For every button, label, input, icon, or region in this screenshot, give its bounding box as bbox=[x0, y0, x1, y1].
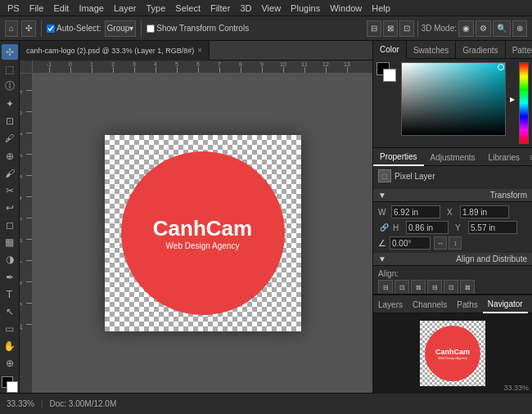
transform-section-header[interactable]: ▼ Transform bbox=[373, 189, 532, 202]
canvas-wrapper: -1012345678910111213 -1012345678910 Canh… bbox=[20, 61, 372, 393]
hue-bar[interactable] bbox=[519, 62, 529, 144]
h-input[interactable] bbox=[406, 221, 449, 234]
lock-icon[interactable]: 🔗 bbox=[378, 222, 390, 233]
tab-properties[interactable]: Properties bbox=[373, 148, 424, 166]
dodge-tool[interactable]: ◑ bbox=[2, 252, 18, 268]
align-btn-3[interactable]: ⊡ bbox=[399, 20, 414, 37]
canvas-content[interactable]: CanhCam Web Design Agency bbox=[33, 74, 372, 393]
left-toolbar: ✣ ⬚ ⓛ ✦ ⊡ 🖋 ⊕ 🖌 ✂ ↩ ◻ ▦ ◑ ✒ T ↖ ▭ ✋ ⊕ bbox=[0, 41, 20, 393]
menu-type[interactable]: Type bbox=[142, 2, 170, 14]
nav-tab-layers[interactable]: Layers bbox=[373, 295, 408, 313]
x-label: X bbox=[447, 208, 457, 217]
tab-gradients[interactable]: Gradients bbox=[456, 41, 505, 59]
color-spectrum[interactable] bbox=[401, 62, 507, 136]
photoshop-canvas: CanhCam Web Design Agency bbox=[105, 135, 301, 331]
3d-mode-btn-4[interactable]: ⊕ bbox=[512, 20, 527, 37]
nav-tab-histogram[interactable]: Histogra... bbox=[528, 295, 532, 313]
gradient-tool[interactable]: ▦ bbox=[2, 235, 18, 250]
background-swatch[interactable] bbox=[383, 69, 396, 82]
tab-adjustments[interactable]: Adjustments bbox=[424, 148, 482, 166]
ruler-v-number: 0 bbox=[20, 111, 23, 115]
align-center-btn[interactable]: ⊡ bbox=[394, 280, 409, 295]
eraser-tool[interactable]: ◻ bbox=[2, 218, 18, 233]
menu-3d[interactable]: 3D bbox=[236, 2, 255, 14]
clone-tool[interactable]: ✂ bbox=[2, 182, 18, 198]
magic-wand-tool[interactable]: ✦ bbox=[2, 96, 18, 111]
zoom-tool[interactable]: ⊕ bbox=[2, 356, 18, 371]
tab-color[interactable]: Color bbox=[373, 41, 407, 59]
ruler-v-number: 9 bbox=[20, 303, 23, 306]
lasso-tool[interactable]: ⓛ bbox=[2, 79, 18, 94]
nav-logo-title: CanhCam bbox=[435, 348, 470, 356]
align-right-btn[interactable]: ⊠ bbox=[411, 280, 426, 295]
tab-close-btn[interactable]: × bbox=[197, 46, 202, 55]
menu-file[interactable]: File bbox=[25, 2, 48, 14]
menu-ps[interactable]: PS bbox=[3, 2, 24, 14]
props-panel-menu[interactable]: ≡ bbox=[526, 148, 532, 165]
ruler-vertical: -1012345678910 bbox=[20, 74, 33, 393]
document-tab[interactable]: canh-cam-logo (2).psd @ 33.3% (Layer 1, … bbox=[20, 41, 210, 61]
text-tool[interactable]: T bbox=[2, 286, 18, 302]
w-input[interactable] bbox=[391, 205, 440, 218]
menu-select[interactable]: Select bbox=[171, 2, 205, 14]
tab-swatches[interactable]: Swatches bbox=[407, 41, 456, 59]
transform-section-content: W X 🔗 H Y ∠ ↔ ↕ bbox=[373, 202, 532, 253]
healing-tool[interactable]: ⊕ bbox=[2, 148, 18, 164]
3d-mode-btn-3[interactable]: 🔍 bbox=[493, 20, 511, 37]
y-input[interactable] bbox=[468, 221, 517, 234]
auto-select-checkbox[interactable] bbox=[47, 25, 55, 33]
nav-tab-channels[interactable]: Channels bbox=[408, 295, 452, 313]
align-top-btn[interactable]: ⊟ bbox=[427, 280, 442, 295]
history-tool[interactable]: ↩ bbox=[2, 200, 18, 215]
ruler-h-tick bbox=[219, 67, 220, 74]
menu-window[interactable]: Window bbox=[326, 2, 366, 14]
flip-h-btn[interactable]: ↔ bbox=[434, 236, 447, 250]
background-color[interactable] bbox=[7, 381, 18, 393]
nav-tab-paths[interactable]: Paths bbox=[452, 295, 483, 313]
main-layout: ✣ ⬚ ⓛ ✦ ⊡ 🖋 ⊕ 🖌 ✂ ↩ ◻ ▦ ◑ ✒ T ↖ ▭ ✋ ⊕ ca… bbox=[0, 41, 532, 393]
align-middle-btn[interactable]: ⊡ bbox=[444, 280, 458, 295]
3d-mode-btn-2[interactable]: ⚙ bbox=[476, 20, 491, 37]
hand-tool[interactable]: ✋ bbox=[2, 339, 18, 354]
show-transform-checkbox[interactable] bbox=[147, 25, 155, 33]
menu-filter[interactable]: Filter bbox=[206, 2, 234, 14]
flip-v-btn[interactable]: ↕ bbox=[449, 236, 462, 250]
ruler-v-tick bbox=[26, 154, 33, 155]
path-select-tool[interactable]: ↖ bbox=[2, 304, 18, 319]
ruler-v-number: 10 bbox=[20, 324, 23, 331]
tab-patterns[interactable]: Patterns bbox=[506, 41, 532, 59]
menu-image[interactable]: Image bbox=[74, 2, 108, 14]
tab-libraries[interactable]: Libraries bbox=[482, 148, 526, 166]
nav-tab-navigator[interactable]: Navigator bbox=[483, 295, 528, 313]
brush-tool[interactable]: 🖌 bbox=[2, 165, 18, 181]
x-input[interactable] bbox=[460, 205, 509, 218]
status-separator: | bbox=[41, 399, 43, 408]
eyedropper-tool[interactable]: 🖋 bbox=[2, 131, 18, 146]
ruler-v-tick bbox=[26, 303, 33, 304]
ruler-h-number: -1 bbox=[47, 61, 52, 67]
align-left-btn[interactable]: ⊟ bbox=[378, 280, 393, 295]
align-btn-2[interactable]: ⊠ bbox=[383, 20, 398, 37]
ruler-h-tick bbox=[283, 67, 284, 74]
align-section-header[interactable]: ▼ Align and Distribute bbox=[373, 253, 532, 266]
shape-tool[interactable]: ▭ bbox=[2, 322, 18, 337]
menu-view[interactable]: View bbox=[257, 2, 285, 14]
ruler-h-tick bbox=[113, 67, 114, 74]
marquee-tool[interactable]: ⬚ bbox=[2, 61, 18, 77]
menu-plugins[interactable]: Plugins bbox=[286, 2, 324, 14]
pen-tool[interactable]: ✒ bbox=[2, 269, 18, 285]
menu-layer[interactable]: Layer bbox=[110, 2, 141, 14]
ruler-h-number: 12 bbox=[322, 61, 329, 67]
tab-bar: canh-cam-logo (2).psd @ 33.3% (Layer 1, … bbox=[20, 41, 372, 61]
angle-input[interactable] bbox=[390, 236, 431, 250]
move-tool-btn[interactable]: ✣ bbox=[21, 20, 36, 37]
menu-edit[interactable]: Edit bbox=[49, 2, 73, 14]
home-button[interactable]: ⌂ bbox=[5, 20, 18, 37]
3d-mode-btn-1[interactable]: ◉ bbox=[458, 20, 474, 37]
menu-help[interactable]: Help bbox=[367, 2, 394, 14]
align-bottom-btn[interactable]: ⊠ bbox=[460, 280, 475, 295]
crop-tool[interactable]: ⊡ bbox=[2, 114, 18, 129]
group-dropdown[interactable]: Group ▾ bbox=[105, 20, 137, 37]
align-btn-1[interactable]: ⊟ bbox=[367, 20, 381, 37]
move-tool[interactable]: ✣ bbox=[2, 44, 18, 60]
